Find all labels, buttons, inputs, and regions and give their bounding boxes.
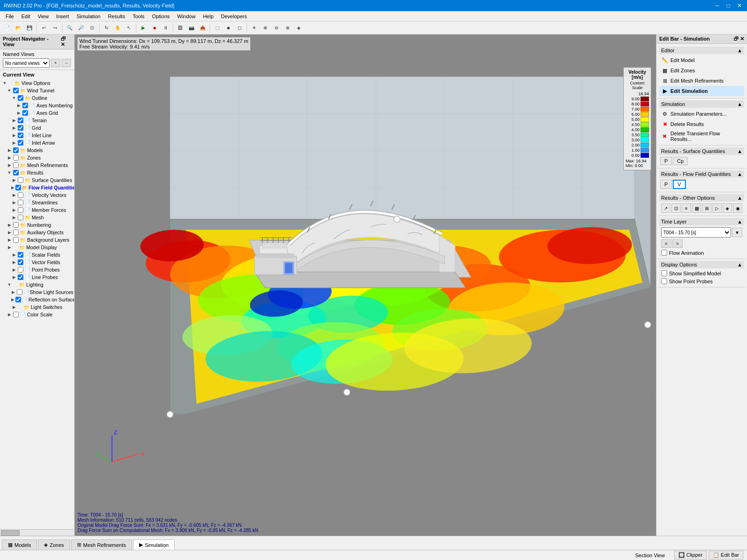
tree-expand-zones[interactable]: ▶ <box>7 155 12 161</box>
tb-fit[interactable]: ⊡ <box>87 23 97 33</box>
edit-bar-controls[interactable]: 🗗 ✕ <box>733 36 744 42</box>
menu-view[interactable]: View <box>34 13 53 20</box>
simplified-model-check[interactable] <box>661 270 667 276</box>
tb-save[interactable]: 💾 <box>24 23 35 33</box>
tree-item-reflection-on-surface[interactable]: ▶📄Reflection on Surface <box>1 296 73 303</box>
tree-check-mesh-refinements[interactable] <box>13 162 19 168</box>
tree-expand-reflection-on-surface[interactable]: ▶ <box>11 297 14 302</box>
tree-item-view-options[interactable]: ▼📁View Options <box>1 79 73 87</box>
tree-expand-view-options[interactable]: ▼ <box>2 80 7 86</box>
scene-svg[interactable]: 25,000 30,000 35,000 40,000 45,000 50,00… <box>75 35 656 536</box>
editbar-btn[interactable]: 📋 Edit Bar <box>709 551 743 560</box>
opt-btn3[interactable]: ≡ <box>682 203 691 213</box>
tree-check-results[interactable] <box>13 170 19 175</box>
tree-check-terrain[interactable] <box>18 118 23 123</box>
tree-item-grid[interactable]: ▶📄Grid <box>1 124 73 132</box>
menu-tools[interactable]: Tools <box>129 13 148 20</box>
tree-check-inlet-line[interactable] <box>18 133 23 138</box>
tree-expand-wind-tunnel[interactable]: ▼ <box>7 88 12 93</box>
tree-expand-member-forces[interactable]: ▶ <box>11 207 17 213</box>
tree-expand-scalar-fields[interactable]: ▶ <box>11 252 17 258</box>
tree-item-models[interactable]: ▶📁Models <box>1 147 73 154</box>
tree-expand-show-light-sources[interactable]: ▶ <box>11 289 16 295</box>
opt-btn8[interactable]: ◉ <box>733 203 742 213</box>
opt-btn2[interactable]: ⊡ <box>671 203 681 213</box>
tree-check-surface-quantities[interactable] <box>18 177 23 183</box>
tree-check-member-forces[interactable] <box>18 207 23 213</box>
tree-item-wind-tunnel[interactable]: ▼📁Wind Tunnel <box>1 87 73 94</box>
tree-expand-surface-quantities[interactable]: ▶ <box>11 177 17 183</box>
flow-animation-check[interactable] <box>661 250 667 256</box>
tb-transparent[interactable]: ◻ <box>234 23 245 33</box>
tree-expand-model-display[interactable]: ▶ <box>7 245 12 250</box>
tree-check-scalar-fields[interactable] <box>18 252 23 258</box>
tree-expand-point-probes[interactable]: ▶ <box>11 267 17 273</box>
opt-btn5[interactable]: ⊞ <box>702 203 712 213</box>
tb-extra3[interactable]: ⊗ <box>282 23 293 33</box>
tree-item-mesh[interactable]: ▶📁Mesh <box>1 214 73 221</box>
time-prev-btn[interactable]: < <box>661 239 671 248</box>
tb-rotate[interactable]: ↻ <box>101 23 112 33</box>
tree-item-model-display[interactable]: ▶📁Model Display <box>1 244 73 251</box>
tb-wireframe[interactable]: ⬚ <box>212 23 222 33</box>
minimize-button[interactable]: ─ <box>713 2 721 9</box>
tab-zones[interactable]: ◈ Zones <box>38 539 70 550</box>
tree-item-terrain[interactable]: ▶📄Terrain <box>1 117 73 124</box>
tree-expand-background-layers[interactable]: ▶ <box>7 237 12 243</box>
tree-expand-flow-field-quantities[interactable]: ▶ <box>11 185 14 190</box>
tree-expand-light-switches[interactable]: ▶ <box>11 304 17 310</box>
menu-results[interactable]: Results <box>104 13 129 20</box>
close-button[interactable]: ✕ <box>736 2 743 9</box>
tree-check-point-probes[interactable] <box>18 267 23 273</box>
tree-check-zones[interactable] <box>13 155 19 161</box>
tree-check-auxiliary-objects[interactable] <box>13 230 19 235</box>
tree-check-axes-grid[interactable] <box>22 110 28 116</box>
tree-expand-inlet-line[interactable]: ▶ <box>11 133 17 138</box>
tree-expand-line-probes[interactable]: ▶ <box>11 274 17 280</box>
tb-undo[interactable]: ↩ <box>39 23 49 33</box>
menu-file[interactable]: File <box>2 13 18 20</box>
tree-expand-lighting[interactable]: ▼ <box>7 282 12 287</box>
other-options-collapse[interactable]: ▲ <box>737 195 742 201</box>
tree-check-wind-tunnel[interactable] <box>13 88 19 93</box>
tree-expand-color-scale[interactable]: ▶ <box>7 312 12 317</box>
tree-check-background-layers[interactable] <box>13 237 19 243</box>
tb-snapshot[interactable]: 📷 <box>186 23 197 33</box>
tree-check-numbering[interactable] <box>13 222 19 228</box>
tree-check-color-scale[interactable] <box>13 312 19 317</box>
tab-simulation[interactable]: ▶ Simulation <box>133 539 175 550</box>
tree-item-scalar-fields[interactable]: ▶📄Scalar Fields <box>1 251 73 259</box>
tree-item-axes-numbering[interactable]: ▶📄Axes Numbering <box>1 102 73 109</box>
point-probes-check[interactable] <box>661 278 667 284</box>
time-layer-collapse[interactable]: ▲ <box>737 219 742 224</box>
tree-check-show-light-sources[interactable] <box>17 289 22 295</box>
tree-expand-models[interactable]: ▶ <box>7 147 12 153</box>
tb-new[interactable]: 📄 <box>2 23 12 33</box>
tab-models[interactable]: ▦ Models <box>2 539 37 550</box>
tree-check-outline[interactable] <box>18 95 23 101</box>
menu-window[interactable]: Window <box>174 13 199 20</box>
tree-expand-mesh[interactable]: ▶ <box>11 215 17 220</box>
tree-item-line-probes[interactable]: ▶📄Line Probes <box>1 273 73 281</box>
tb-redo[interactable]: ↪ <box>50 23 60 33</box>
tree-item-zones[interactable]: ▶📁Zones <box>1 154 73 161</box>
sim-parameters-btn[interactable]: ⚙ Simulation Parameters... <box>659 109 744 119</box>
tree-check-line-probes[interactable] <box>18 274 23 280</box>
time-next-btn[interactable]: > <box>672 239 683 248</box>
edit-zones-btn[interactable]: ▦ Edit Zones <box>659 65 744 76</box>
tree-item-velocity-vectors[interactable]: ▶📄Velocity Vectors <box>1 191 73 199</box>
tree-item-vector-fields[interactable]: ▶📄Vector Fields <box>1 259 73 266</box>
tb-extra4[interactable]: ◈ <box>294 23 304 33</box>
tree-item-flow-field-quantities[interactable]: ▶📂Flow Field Quantities <box>1 184 73 191</box>
tb-render[interactable]: 🖼 <box>175 23 185 33</box>
tree-check-velocity-vectors[interactable] <box>18 192 23 198</box>
tree-expand-outline[interactable]: ▼ <box>11 95 17 101</box>
tree-expand-velocity-vectors[interactable]: ▶ <box>11 192 17 198</box>
tb-zoom-out[interactable]: 🔎 <box>76 23 86 33</box>
tree-item-results[interactable]: ▼📁Results <box>1 169 73 176</box>
opt-btn1[interactable]: ↗ <box>661 203 670 213</box>
tree-expand-results[interactable]: ▼ <box>7 170 12 175</box>
tree-expand-axes-numbering[interactable]: ▶ <box>16 103 21 108</box>
tb-pan[interactable]: ✋ <box>113 23 123 33</box>
viewport-area[interactable]: Wind Tunnel Dimensions: Dx = 109.753 m, … <box>75 35 656 536</box>
